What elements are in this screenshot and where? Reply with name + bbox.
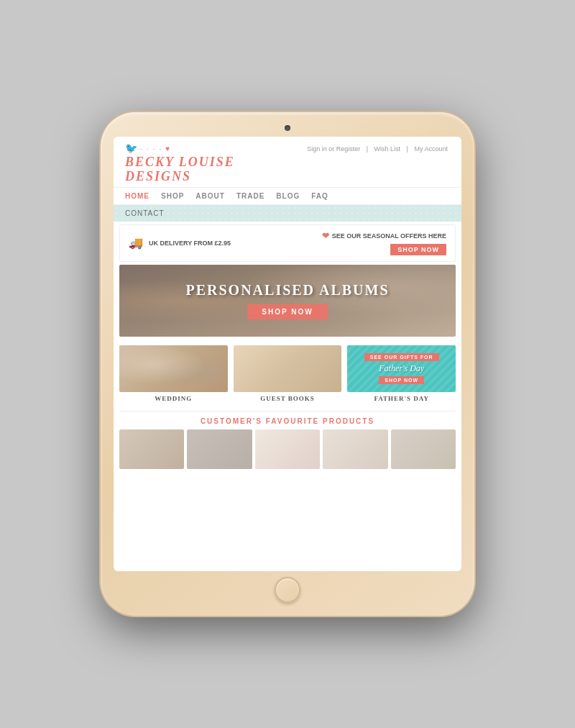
- tablet-camera: [285, 125, 290, 131]
- hero-title: PERSONALISED ALBUMS: [185, 282, 389, 299]
- header-links: Sign in or Register | Wish List | My Acc…: [305, 142, 450, 153]
- favourites-section: CUSTOMER'S FAVOURITE PRODUCTS: [114, 414, 461, 475]
- heart-icon-red: ❤: [322, 231, 329, 241]
- logo-dots: - - - -: [140, 145, 162, 152]
- separator1: |: [367, 145, 368, 153]
- fathers-day-title: Father's Day: [379, 363, 424, 374]
- logo-area: 🐦 - - - - ♥ BECKY LOUISE DESIGNS: [125, 142, 305, 184]
- nav-item-blog[interactable]: BLOG: [276, 192, 300, 200]
- hero-background: [119, 265, 456, 337]
- favourites-title: CUSTOMER'S FAVOURITE PRODUCTS: [119, 417, 456, 425]
- shop-now-button[interactable]: SHOP NOW: [390, 244, 446, 255]
- separator2: |: [407, 145, 408, 153]
- tablet-device: 🐦 - - - - ♥ BECKY LOUISE DESIGNS Sign in…: [101, 112, 474, 616]
- favourite-item-4[interactable]: [323, 429, 387, 469]
- seasonal-offers: ❤ SEE OUR SEASONAL OFFERS HERE: [322, 231, 446, 241]
- fathers-day-shop-btn[interactable]: SHOP NOW: [379, 376, 424, 384]
- tablet-home-button[interactable]: [275, 577, 300, 603]
- hero-banner: PERSONALISED ALBUMS SHOP NOW: [119, 265, 456, 337]
- heart-icon: ♥: [165, 145, 170, 153]
- delivery-banner: 🚚 UK DELIVERY FROM £2.95 ❤ SEE OUR SEASO…: [119, 224, 456, 262]
- fathers-day-content: SEE OUR GIFTS FOR Father's Day SHOP NOW: [364, 353, 439, 384]
- wedding-label: WEDDING: [155, 395, 192, 402]
- my-account-link[interactable]: My Account: [414, 145, 448, 153]
- divider: [119, 411, 456, 411]
- contact-label: CONTACT: [125, 209, 165, 217]
- favourite-item-2[interactable]: [187, 429, 252, 469]
- site-header: 🐦 - - - - ♥ BECKY LOUISE DESIGNS Sign in…: [114, 137, 461, 188]
- fathers-day-image: SEE OUR GIFTS FOR Father's Day SHOP NOW: [347, 345, 456, 392]
- truck-icon: 🚚: [129, 236, 143, 250]
- delivery-right: ❤ SEE OUR SEASONAL OFFERS HERE SHOP NOW: [322, 231, 446, 255]
- category-item-wedding[interactable]: WEDDING: [119, 345, 228, 402]
- nav-item-faq[interactable]: FAQ: [311, 192, 328, 200]
- favourite-item-5[interactable]: [391, 429, 456, 469]
- contact-bar: CONTACT: [114, 205, 461, 222]
- wedding-image: [119, 345, 228, 392]
- guest-books-image: [234, 345, 342, 392]
- bird-icon: 🐦: [125, 142, 137, 154]
- fathers-day-headline: SEE OUR GIFTS FOR: [364, 353, 439, 361]
- tablet-screen: 🐦 - - - - ♥ BECKY LOUISE DESIGNS Sign in…: [114, 137, 461, 571]
- sign-in-link[interactable]: Sign in or Register: [307, 145, 360, 153]
- logo-decoration: 🐦 - - - - ♥: [125, 142, 305, 154]
- nav-item-shop[interactable]: SHOP: [161, 192, 184, 200]
- nav-item-home[interactable]: HOME: [125, 192, 150, 200]
- category-grid: WEDDING GUEST BOOKS SEE OUR GIFTS FOR Fa…: [114, 340, 461, 408]
- category-item-guest-books[interactable]: GUEST BOOKS: [234, 345, 342, 402]
- favourite-item-3[interactable]: [255, 429, 320, 469]
- seasonal-text-label: SEE OUR SEASONAL OFFERS HERE: [332, 232, 446, 240]
- wish-list-link[interactable]: Wish List: [374, 145, 401, 153]
- hero-shop-now-button[interactable]: SHOP NOW: [247, 304, 327, 319]
- delivery-text: UK DELIVERY FROM £2.95: [149, 240, 231, 247]
- fathers-day-label: FATHER'S DAY: [374, 395, 429, 402]
- favourite-item-1[interactable]: [119, 429, 184, 469]
- nav-item-trade[interactable]: TRADE: [236, 192, 264, 200]
- nav-bar: HOME SHOP ABOUT TRADE BLOG FAQ: [114, 188, 461, 205]
- delivery-left: 🚚 UK DELIVERY FROM £2.95: [129, 236, 231, 250]
- nav-item-about[interactable]: ABOUT: [196, 192, 225, 200]
- guest-books-label: GUEST BOOKS: [260, 395, 315, 402]
- site-logo[interactable]: BECKY LOUISE DESIGNS: [125, 155, 305, 184]
- category-item-fathers-day[interactable]: SEE OUR GIFTS FOR Father's Day SHOP NOW …: [347, 345, 456, 402]
- favourites-grid: [119, 429, 456, 469]
